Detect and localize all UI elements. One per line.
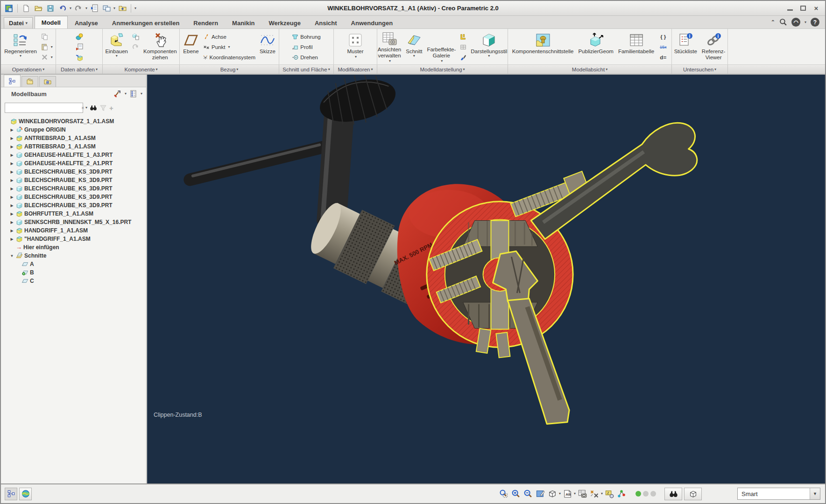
regenerieren-button[interactable]: Regenerieren ▾ xyxy=(2,30,39,63)
redo-dropdown[interactable]: ▾ xyxy=(85,7,87,10)
group-label-modellabsicht[interactable]: Modellabsicht xyxy=(508,65,672,74)
parameters-button[interactable]: { } xyxy=(659,32,667,41)
qat-customize-dropdown[interactable]: ▾ xyxy=(134,7,136,10)
tree-item[interactable]: BLECHSCHRAUBE_KS_3D9.PRT xyxy=(3,176,146,184)
saved-orientations-button[interactable] xyxy=(562,488,573,499)
datum-display-dropdown[interactable]: ▾ xyxy=(601,492,603,495)
tab-modell[interactable]: Modell xyxy=(35,16,68,28)
tab-model-tree[interactable] xyxy=(4,75,21,87)
search-dropdown[interactable]: ▾ xyxy=(85,106,87,109)
window-dropdown[interactable]: ▾ xyxy=(113,7,115,10)
expand-icon[interactable] xyxy=(9,195,14,199)
tree-tools-icon[interactable] xyxy=(113,90,121,98)
tree-settings-dropdown[interactable]: ▾ xyxy=(141,92,142,95)
bohrung-button[interactable]: Bohrung xyxy=(290,32,322,41)
create-component-button[interactable] xyxy=(131,32,141,41)
tree-item-sections[interactable]: Schnitte xyxy=(3,252,146,260)
farbeffekte-galerie-button[interactable]: Farbeffekte- Galerie xyxy=(425,30,458,63)
achse-button[interactable]: Achse xyxy=(202,32,257,41)
group-label-untersuchen[interactable]: Untersuchen xyxy=(672,65,728,74)
tree-item[interactable]: WINKELBOHRVORSATZ_1_A1.ASM xyxy=(3,117,146,126)
schnitt-button[interactable]: Schnitt ▾ xyxy=(404,30,424,63)
expand-icon[interactable] xyxy=(9,212,14,216)
learning-connector-icon[interactable]: ◠ xyxy=(791,18,800,27)
expand-icon[interactable] xyxy=(9,203,14,208)
import-data-button[interactable] xyxy=(74,42,85,51)
zoom-in-button[interactable] xyxy=(510,488,522,499)
group-label-schnitt-flaeche[interactable]: Schnitt und Fläche xyxy=(279,65,334,74)
group-label-operationen[interactable]: Operationen xyxy=(1,65,56,74)
add-filter-icon[interactable]: + xyxy=(109,104,113,112)
tree-item[interactable]: ABTRIEBSRAD_1_A1.ASM xyxy=(3,142,146,151)
familientabelle-button[interactable]: Familientabelle xyxy=(616,30,656,63)
group-label-bezug[interactable]: Bezug xyxy=(180,65,279,74)
tab-anwendungen[interactable]: Anwendungen xyxy=(344,17,400,28)
tree-item-section-c[interactable]: C xyxy=(3,277,146,285)
relations-button[interactable]: d= xyxy=(658,53,668,62)
tree-tools-dropdown[interactable]: ▾ xyxy=(125,92,127,95)
tree-item[interactable]: "HANDGRIFF_1_A1.ASM xyxy=(3,235,146,243)
tree-item-insert-here[interactable]: →Hier einfügen xyxy=(3,243,146,252)
zoom-box-button[interactable] xyxy=(498,488,509,499)
package-undo-button[interactable] xyxy=(131,42,141,51)
expand-icon[interactable] xyxy=(9,153,14,157)
expand-icon[interactable] xyxy=(9,170,14,174)
ebene-button[interactable]: Ebene xyxy=(181,30,201,63)
publiziergeom-button[interactable]: PublizierGeom xyxy=(576,30,615,63)
tree-item[interactable]: BLECHSCHRAUBE_KS_3D9.PRT xyxy=(3,168,146,176)
drehen-button[interactable]: Drehen xyxy=(290,53,322,62)
expand-icon[interactable] xyxy=(9,229,14,233)
learning-dropdown[interactable]: ▾ xyxy=(805,21,806,24)
expand-icon[interactable] xyxy=(9,128,14,132)
datum-display-button[interactable] xyxy=(589,488,600,499)
einbauen-button[interactable]: Einbauen ▾ xyxy=(103,30,130,63)
stueckliste-button[interactable]: Stückliste xyxy=(672,30,699,63)
find-icon[interactable] xyxy=(90,104,97,112)
group-label-daten-abrufen[interactable]: Daten abrufen xyxy=(56,65,103,74)
tree-item[interactable]: Gruppe ORIGIN xyxy=(3,126,146,134)
regenerate-list-button[interactable] xyxy=(89,3,99,14)
tree-item-section-b[interactable]: B xyxy=(3,268,146,277)
expand-icon[interactable] xyxy=(9,145,14,149)
komponentenschnittstelle-button[interactable]: Komponentenschnittstelle xyxy=(510,30,576,63)
saved-orientations-dropdown[interactable]: ▾ xyxy=(574,492,576,495)
save-button[interactable] xyxy=(45,3,56,14)
tree-item[interactable]: BLECHSCHRAUBE_KS_3D9.PRT xyxy=(3,193,146,201)
delete-button[interactable] xyxy=(40,53,54,62)
expand-icon[interactable] xyxy=(9,187,14,191)
status-green-dot[interactable] xyxy=(635,491,641,497)
tree-item[interactable]: HANDGRIFF_1_A1.ASM xyxy=(3,226,146,235)
group-label-modifikatoren[interactable]: Modifikatoren xyxy=(334,65,377,74)
collapse-icon[interactable] xyxy=(9,254,14,258)
file-menu-button[interactable]: Datei▾ xyxy=(4,17,33,28)
group-label-modelldarstellung[interactable]: Modelldarstellung xyxy=(377,65,508,74)
selection-filter-dropdown[interactable]: ▼ xyxy=(810,488,820,499)
get-model-button[interactable] xyxy=(74,53,85,62)
punkt-button[interactable]: Punkt xyxy=(202,42,257,51)
selection-filter[interactable]: Smart ▼ xyxy=(737,488,820,500)
koordinatensystem-button[interactable]: Koordinatensystem xyxy=(202,53,257,62)
expand-icon[interactable] xyxy=(9,136,14,140)
tree-item[interactable]: BLECHSCHRAUBE_KS_3D9.PRT xyxy=(3,184,146,193)
tree-search-input[interactable] xyxy=(5,105,81,111)
referenz-viewer-button[interactable]: Referenz- Viewer xyxy=(700,30,727,63)
tree-item[interactable]: SENKSCHRB_INNENSKT_M5_X_16.PRT xyxy=(3,218,146,226)
tree-item[interactable]: BLECHSCHRAUBE_KS_3D9.PRT xyxy=(3,201,146,210)
paste-button[interactable] xyxy=(40,42,54,51)
undo-dropdown[interactable]: ▾ xyxy=(70,7,71,10)
tab-folder-browser[interactable] xyxy=(21,76,38,87)
expand-icon[interactable] xyxy=(9,237,14,241)
view-manager-button[interactable] xyxy=(577,488,588,499)
redo-button[interactable] xyxy=(73,3,84,14)
select-box-button[interactable] xyxy=(684,488,702,500)
minimize-button[interactable] xyxy=(786,5,794,12)
zoom-out-button[interactable] xyxy=(522,488,534,499)
toggle-browser-button[interactable] xyxy=(19,488,32,500)
ansichten-verwalten-button[interactable]: Ansichten verwalten xyxy=(376,30,403,63)
darstellungsstil-button[interactable]: Darstellungsstil ▾ xyxy=(469,30,509,63)
tree-item[interactable]: ANTRIEBSRAD_1_A1.ASM xyxy=(3,134,146,142)
display-style-dropdown[interactable]: ▾ xyxy=(559,492,561,495)
render-scene-button[interactable] xyxy=(459,53,468,62)
komponenten-ziehen-button[interactable]: Komponenten ziehen xyxy=(141,30,179,63)
maximize-button[interactable] xyxy=(799,5,807,12)
